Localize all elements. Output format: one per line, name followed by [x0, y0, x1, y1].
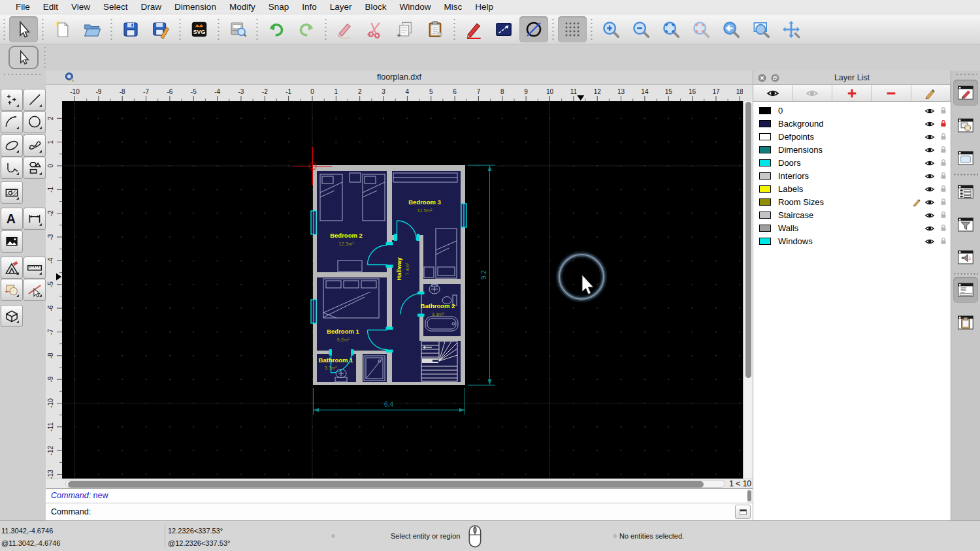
- layer-color-swatch[interactable]: [759, 225, 771, 232]
- layer-color-swatch[interactable]: [759, 198, 771, 206]
- library-browser-toggle-button[interactable]: [953, 145, 978, 171]
- edit-layer-button[interactable]: [911, 85, 951, 101]
- tool-polyline-button[interactable]: [1, 157, 23, 179]
- menu-edit[interactable]: Edit: [37, 2, 65, 12]
- layer-row[interactable]: Background: [753, 117, 951, 130]
- export-svg-button[interactable]: SVG: [185, 16, 214, 42]
- selection-filter-toggle-button[interactable]: [953, 212, 978, 238]
- menu-select[interactable]: Select: [97, 2, 135, 12]
- menu-modify[interactable]: Modify: [223, 2, 262, 12]
- menu-info[interactable]: Info: [295, 2, 323, 12]
- layer-unlocked-icon[interactable]: [939, 223, 948, 233]
- layer-visibility-eye-icon[interactable]: [924, 171, 935, 181]
- zoom-out-button[interactable]: [627, 16, 655, 42]
- remove-layer-button[interactable]: [872, 85, 911, 101]
- layer-row[interactable]: Windows: [753, 234, 951, 247]
- tool-points-button[interactable]: [1, 89, 23, 111]
- tool-dimension-button[interactable]: [24, 208, 46, 230]
- layer-row[interactable]: Walls: [753, 221, 951, 234]
- layer-visibility-eye-icon[interactable]: [924, 132, 935, 142]
- tool-arc-button[interactable]: [1, 111, 23, 133]
- menu-block[interactable]: Block: [359, 2, 393, 12]
- horizontal-scrollbar[interactable]: [65, 480, 725, 488]
- layer-row[interactable]: Staircase: [753, 208, 951, 221]
- drawing-canvas[interactable]: Bedroom 212.3m²Bedroom 311.5m²Bedroom 19…: [62, 101, 743, 479]
- layer-visibility-eye-icon[interactable]: [924, 236, 935, 246]
- layer-unlocked-icon[interactable]: [939, 145, 948, 155]
- layer-unlocked-icon[interactable]: [939, 171, 948, 181]
- layer-color-swatch[interactable]: [759, 159, 771, 166]
- tool-line-button[interactable]: [24, 89, 46, 111]
- layer-color-swatch[interactable]: [759, 120, 771, 127]
- tool-spline-button[interactable]: [24, 134, 46, 157]
- horizontal-scrollbar-thumb[interactable]: [68, 481, 704, 488]
- layer-visibility-eye-icon[interactable]: [924, 158, 935, 168]
- select-arrow-button[interactable]: [9, 16, 38, 42]
- document-titlebar[interactable]: floorplan.dxf: [46, 71, 753, 85]
- draw-freehand-button[interactable]: [459, 16, 488, 42]
- layer-row[interactable]: Defpoints: [753, 130, 951, 143]
- layer-color-swatch[interactable]: [759, 212, 771, 219]
- command-history-scrollbar-thumb[interactable]: [747, 490, 751, 501]
- vertical-scrollbar[interactable]: [743, 101, 753, 479]
- copy-button[interactable]: [391, 16, 419, 42]
- dock-drag-handle[interactable]: [955, 73, 977, 76]
- layer-locked-icon[interactable]: [939, 119, 948, 129]
- zoom-back-button[interactable]: [717, 16, 745, 42]
- open-file-button[interactable]: [78, 16, 106, 42]
- draw-line-shape-button[interactable]: [489, 16, 518, 42]
- add-layer-button[interactable]: [832, 85, 872, 101]
- layer-unlocked-icon[interactable]: [939, 197, 948, 207]
- menu-draw[interactable]: Draw: [135, 2, 169, 12]
- layer-color-swatch[interactable]: [759, 146, 771, 153]
- tool-blocks-button[interactable]: [1, 279, 23, 301]
- layer-color-swatch[interactable]: [759, 238, 771, 245]
- layer-row[interactable]: Doors: [753, 156, 951, 169]
- tool-solid-3d-button[interactable]: [1, 305, 23, 327]
- paste-button[interactable]: [421, 16, 449, 42]
- menu-layer[interactable]: Layer: [323, 2, 359, 12]
- tool-text-button[interactable]: A: [1, 208, 23, 230]
- tool-circle-button[interactable]: [24, 111, 46, 133]
- zoom-auto-button[interactable]: [657, 16, 685, 42]
- layer-visibility-eye-icon[interactable]: [924, 223, 935, 233]
- command-history-scrollbar[interactable]: [747, 490, 752, 503]
- layer-unlocked-icon[interactable]: [939, 236, 948, 246]
- vertical-scrollbar-thumb[interactable]: [745, 102, 751, 378]
- tool-hatch-button[interactable]: [1, 181, 23, 204]
- layer-visibility-eye-icon[interactable]: [924, 145, 935, 155]
- layer-row[interactable]: Dimensions: [753, 143, 951, 156]
- layer-color-swatch[interactable]: [759, 172, 771, 180]
- tool-cad-tools-button[interactable]: [1, 257, 23, 279]
- menu-misc[interactable]: Misc: [438, 2, 469, 12]
- layer-color-swatch[interactable]: [759, 107, 771, 114]
- cut-button[interactable]: [361, 16, 389, 42]
- palette-drag-handle[interactable]: [3, 73, 43, 76]
- command-input[interactable]: [91, 507, 735, 516]
- undo-button[interactable]: [262, 16, 291, 42]
- layer-unlocked-icon[interactable]: [939, 158, 948, 168]
- clipboard-panel-toggle-button[interactable]: [953, 309, 978, 336]
- layer-visibility-eye-icon[interactable]: [924, 184, 935, 194]
- zoom-window-button[interactable]: [747, 16, 776, 42]
- grid-snap-button[interactable]: [558, 16, 587, 42]
- command-dock-button[interactable]: [735, 505, 751, 519]
- delete-entities-button[interactable]: [331, 16, 359, 42]
- layer-visibility-eye-icon[interactable]: [924, 119, 935, 129]
- layer-unlocked-icon[interactable]: [939, 184, 948, 194]
- zoom-pan-button[interactable]: [777, 16, 806, 42]
- redo-button[interactable]: [292, 16, 321, 42]
- tool-measure-button[interactable]: [24, 257, 46, 279]
- menu-file[interactable]: File: [9, 2, 37, 12]
- hide-all-layers-button[interactable]: [792, 85, 832, 101]
- layer-color-swatch[interactable]: [759, 133, 771, 140]
- tool-polygon-button[interactable]: [24, 157, 46, 179]
- layer-visibility-eye-icon[interactable]: [924, 210, 935, 220]
- print-preview-button[interactable]: [223, 16, 252, 42]
- zoom-previous-button[interactable]: [687, 16, 715, 42]
- show-all-layers-button[interactable]: [753, 85, 792, 101]
- menu-view[interactable]: View: [65, 2, 97, 12]
- layer-visibility-eye-icon[interactable]: [924, 197, 935, 207]
- layer-unlocked-icon[interactable]: [939, 210, 948, 220]
- block-palette-toggle-button[interactable]: [953, 112, 978, 138]
